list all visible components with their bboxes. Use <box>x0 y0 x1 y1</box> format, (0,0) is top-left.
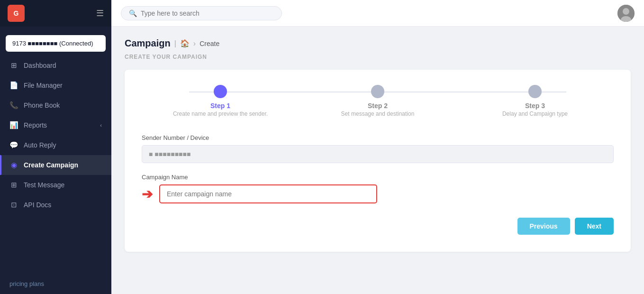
campaign-name-input[interactable] <box>159 184 377 203</box>
auto-reply-icon: 💬 <box>9 141 18 149</box>
sidebar-item-test-message[interactable]: ⊞ Test Message <box>0 175 111 195</box>
topbar: 🔍 <box>111 0 644 27</box>
main-content: 🔍 Campaign | 🏠 › Create CREATE YOUR CAMP… <box>111 0 644 294</box>
sidebar-item-label: Auto Reply <box>24 141 102 149</box>
active-indicator <box>0 155 1 175</box>
connected-device[interactable]: 9173 ■■■■■■■■ (Connected) <box>6 35 106 52</box>
search-input[interactable] <box>141 9 274 17</box>
sidebar-item-label: Test Message <box>24 181 102 189</box>
sidebar-logo: G ☰ <box>0 0 111 27</box>
search-bar[interactable]: 🔍 <box>121 6 282 20</box>
reports-chevron-icon: ‹ <box>100 122 102 128</box>
breadcrumb: Campaign | 🏠 › Create <box>125 38 631 49</box>
sidebar-item-auto-reply[interactable]: 💬 Auto Reply <box>0 135 111 155</box>
user-avatar[interactable] <box>617 5 635 22</box>
breadcrumb-current: Create <box>200 40 219 47</box>
file-manager-icon: 📄 <box>9 81 18 90</box>
step-2-circle <box>371 85 384 98</box>
search-icon: 🔍 <box>129 9 137 17</box>
step-1-desc: Create name and preview the sender. <box>173 110 268 117</box>
api-docs-icon: ⊡ <box>9 201 18 209</box>
breadcrumb-arrow: › <box>193 39 196 48</box>
sidebar-item-label: Phone Book <box>24 101 102 109</box>
steps-row: Step 1 Create name and preview the sende… <box>142 85 614 117</box>
sidebar-item-dashboard[interactable]: ⊞ Dashboard <box>0 55 111 75</box>
step-3-label: Step 3 <box>525 102 545 110</box>
step-3: Step 3 Delay and Campaign type <box>456 85 614 117</box>
step-1-circle <box>214 85 227 98</box>
test-message-icon: ⊞ <box>9 181 18 189</box>
action-buttons: Previous Next <box>142 218 614 235</box>
step-1-label: Step 1 <box>210 102 230 110</box>
step-3-circle <box>528 85 542 98</box>
connected-label: 9173 ■■■■■■■■ (Connected) <box>12 40 93 47</box>
pricing-plans-link[interactable]: pricing plans <box>0 274 111 294</box>
sidebar-item-label: File Manager <box>24 82 102 89</box>
campaign-name-label: Campaign Name <box>142 174 614 181</box>
sidebar-item-api-docs[interactable]: ⊡ API Docs <box>0 195 111 215</box>
sidebar-item-label: Dashboard <box>24 62 102 69</box>
page-subtitle: CREATE YOUR CAMPAIGN <box>125 54 631 60</box>
content-area: Campaign | 🏠 › Create CREATE YOUR CAMPAI… <box>111 27 644 294</box>
sidebar-item-file-manager[interactable]: 📄 File Manager <box>0 75 111 95</box>
app-logo: G <box>8 5 25 22</box>
campaign-name-wrapper: ➔ <box>142 184 614 203</box>
step-2-label: Step 2 <box>368 102 388 110</box>
sidebar-item-label: Reports <box>24 121 94 129</box>
sender-field-group: Sender Number / Device <box>142 134 614 163</box>
step-2-desc: Set message and destination <box>341 110 415 117</box>
dashboard-icon: ⊞ <box>9 61 18 70</box>
pricing-plans-label: pricing plans <box>9 280 44 287</box>
sidebar-item-reports[interactable]: 📊 Reports ‹ <box>0 115 111 135</box>
phone-book-icon: 📞 <box>9 101 18 110</box>
sidebar-item-label: API Docs <box>24 201 102 209</box>
sidebar-item-create-campaign[interactable]: ◉ Create Campaign <box>0 155 111 175</box>
svg-point-1 <box>623 8 629 15</box>
sender-label: Sender Number / Device <box>142 134 614 141</box>
hamburger-menu[interactable]: ☰ <box>96 8 104 18</box>
step-2: Step 2 Set message and destination <box>299 85 456 117</box>
step-3-desc: Delay and Campaign type <box>502 110 568 117</box>
previous-button[interactable]: Previous <box>517 218 570 235</box>
arrow-pointer-icon: ➔ <box>142 186 153 202</box>
step-1: Step 1 Create name and preview the sende… <box>142 85 299 117</box>
campaign-card: Step 1 Create name and preview the sende… <box>125 70 631 252</box>
logo-text: G <box>14 9 19 17</box>
home-icon[interactable]: 🏠 <box>180 39 190 48</box>
campaign-name-field-group: Campaign Name ➔ <box>142 174 614 203</box>
campaign-name-input-wrap <box>159 184 614 203</box>
next-button[interactable]: Next <box>575 218 614 235</box>
create-campaign-icon: ◉ <box>9 161 18 169</box>
sidebar: G ☰ 9173 ■■■■■■■■ (Connected) ⊞ Dashboar… <box>0 0 111 294</box>
breadcrumb-separator: | <box>174 39 176 48</box>
sidebar-item-phone-book[interactable]: 📞 Phone Book <box>0 95 111 115</box>
sidebar-nav: 9173 ■■■■■■■■ (Connected) ⊞ Dashboard 📄 … <box>0 27 111 274</box>
breadcrumb-title: Campaign <box>125 38 171 49</box>
avatar-image <box>617 5 635 22</box>
sidebar-item-label: Create Campaign <box>24 161 102 169</box>
sender-input <box>142 145 614 163</box>
reports-icon: 📊 <box>9 121 18 129</box>
